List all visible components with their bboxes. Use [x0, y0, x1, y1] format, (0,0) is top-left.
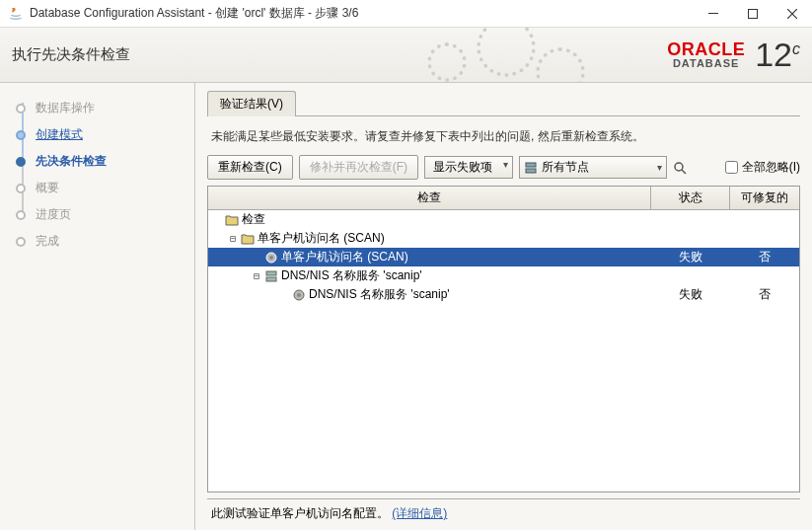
ignore-all-label: 全部忽略(I) — [742, 159, 800, 176]
detail-footer: 此测试验证单客户机访问名配置。 (详细信息) — [207, 498, 800, 522]
step-label: 完成 — [36, 233, 59, 250]
gear-icon — [264, 251, 278, 265]
java-icon — [8, 6, 24, 22]
tree-toggle-icon[interactable]: ⊟ — [252, 270, 261, 281]
row-label: 检查 — [242, 211, 265, 228]
svg-rect-0 — [708, 13, 718, 14]
minimize-button[interactable] — [694, 0, 733, 28]
row-label: DNS/NIS 名称服务 'scanip' — [309, 286, 450, 303]
brand-version: 12c — [755, 36, 800, 74]
row-label: DNS/NIS 名称服务 'scanip' — [281, 267, 422, 284]
step-label[interactable]: 创建模式 — [36, 126, 83, 143]
cell-fixable: 否 — [730, 249, 799, 265]
step-db-operation[interactable]: 数据库操作 — [0, 95, 194, 121]
toolbar: 重新检查(C) 修补并再次检查(F) 显示失败项 所有节点 ▾ 全部忽略(I) — [207, 155, 800, 180]
step-label: 数据库操作 — [36, 100, 95, 116]
table-body: 检查⊟单客户机访问名 (SCAN)单客户机访问名 (SCAN)失败否⊟DNS/N… — [208, 210, 799, 492]
col-check[interactable]: 检查 — [208, 187, 651, 209]
ignore-all-checkbox[interactable]: 全部忽略(I) — [725, 159, 800, 176]
window-titlebar: Database Configuration Assistant - 创建 'o… — [0, 0, 812, 28]
row-label: 单客户机访问名 (SCAN) — [281, 249, 408, 265]
svg-rect-3 — [526, 169, 536, 173]
header-band: 执行先决条件检查 ORACLE DATABASE 12c — [0, 28, 812, 83]
cell-status: 失败 — [651, 286, 730, 303]
table-row[interactable]: ⊟DNS/NIS 名称服务 'scanip' — [208, 266, 799, 285]
show-failed-dropdown[interactable]: 显示失败项 — [424, 156, 513, 179]
maximize-button[interactable] — [733, 0, 773, 28]
server-icon — [264, 269, 278, 283]
chevron-down-icon: ▾ — [657, 162, 662, 173]
node-select-label: 所有节点 — [542, 159, 589, 176]
details-link[interactable]: (详细信息) — [392, 506, 447, 520]
svg-line-5 — [682, 170, 686, 174]
tab-validation-results[interactable]: 验证结果(V) — [207, 91, 296, 116]
table-row[interactable]: 检查 — [208, 210, 799, 229]
row-label: 单客户机访问名 (SCAN) — [258, 230, 385, 247]
recheck-button[interactable]: 重新检查(C) — [207, 155, 293, 180]
step-prereq-check[interactable]: 先决条件检查 — [0, 148, 194, 175]
content-area: 数据库操作 创建模式 先决条件检查 概要 进度页 完成 验证结果(V) 未能满足… — [0, 83, 812, 530]
info-message: 未能满足某些最低安装要求。请复查并修复下表中列出的问题, 然后重新检查系统。 — [207, 116, 800, 155]
col-fixable[interactable]: 可修复的 — [730, 187, 799, 209]
search-icon[interactable] — [673, 161, 687, 175]
step-progress: 进度页 — [0, 201, 194, 228]
brand-name: ORACLE — [667, 40, 745, 58]
close-icon — [787, 9, 797, 19]
node-select-dropdown[interactable]: 所有节点 ▾ — [519, 156, 667, 179]
table-row[interactable]: DNS/NIS 名称服务 'scanip'失败否 — [208, 285, 799, 304]
cell-fixable: 否 — [730, 286, 799, 303]
step-create-mode[interactable]: 创建模式 — [0, 121, 194, 148]
table-row[interactable]: ⊟单客户机访问名 (SCAN) — [208, 229, 799, 248]
step-label: 进度页 — [36, 206, 71, 223]
svg-point-11 — [297, 293, 301, 297]
svg-point-4 — [675, 163, 683, 171]
svg-rect-9 — [266, 277, 276, 281]
maximize-icon — [748, 9, 758, 19]
table-header: 检查 状态 可修复的 — [208, 187, 799, 210]
fix-recheck-button: 修补并再次检查(F) — [299, 155, 418, 180]
tree-toggle-icon[interactable]: ⊟ — [228, 233, 238, 244]
step-summary: 概要 — [0, 175, 194, 201]
brand-sub: DATABASE — [667, 58, 745, 69]
folder-icon — [241, 232, 255, 246]
page-title: 执行先决条件检查 — [12, 45, 130, 64]
footer-text: 此测试验证单客户机访问名配置。 — [211, 506, 389, 520]
svg-rect-1 — [749, 9, 758, 18]
svg-rect-2 — [526, 163, 536, 167]
folder-icon — [225, 213, 239, 227]
results-table: 检查 状态 可修复的 检查⊟单客户机访问名 (SCAN)单客户机访问名 (SCA… — [207, 186, 800, 492]
gear-icon — [292, 288, 306, 302]
table-row[interactable]: 单客户机访问名 (SCAN)失败否 — [208, 248, 799, 266]
svg-rect-8 — [266, 271, 276, 275]
minimize-icon — [708, 9, 718, 19]
cell-check: 单客户机访问名 (SCAN) — [208, 249, 651, 265]
decorative-gear-icon — [427, 42, 467, 82]
cell-check: 检查 — [208, 211, 651, 228]
step-label: 先决条件检查 — [36, 153, 107, 170]
cell-check: ⊟单客户机访问名 (SCAN) — [208, 230, 651, 247]
cell-check: DNS/NIS 名称服务 'scanip' — [208, 286, 651, 303]
cell-status: 失败 — [651, 249, 730, 265]
oracle-brand: ORACLE DATABASE 12c — [667, 36, 800, 74]
svg-point-7 — [269, 256, 273, 260]
decorative-gear-icon — [536, 47, 585, 83]
decorative-gear-icon — [477, 28, 536, 77]
col-status[interactable]: 状态 — [651, 187, 730, 209]
step-finish: 完成 — [0, 228, 194, 255]
step-label: 概要 — [36, 180, 59, 196]
main-panel: 验证结果(V) 未能满足某些最低安装要求。请复查并修复下表中列出的问题, 然后重… — [195, 83, 812, 530]
tab-bar: 验证结果(V) — [207, 91, 800, 116]
window-title: Database Configuration Assistant - 创建 'o… — [30, 5, 694, 22]
cell-check: ⊟DNS/NIS 名称服务 'scanip' — [208, 267, 651, 284]
wizard-sidebar: 数据库操作 创建模式 先决条件检查 概要 进度页 完成 — [0, 83, 195, 530]
server-icon — [524, 161, 538, 175]
close-button[interactable] — [773, 0, 812, 28]
ignore-all-input[interactable] — [725, 161, 738, 174]
